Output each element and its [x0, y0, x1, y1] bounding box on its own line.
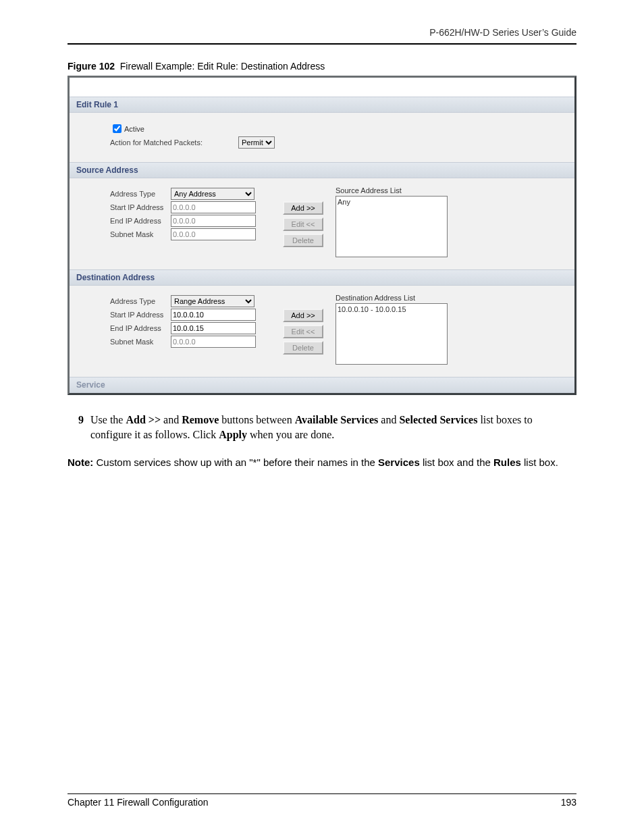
bold: Available Services [295, 414, 379, 425]
active-label: Active [124, 125, 144, 133]
text: Use the [90, 414, 126, 425]
src-list-title: Source Address List [336, 186, 448, 194]
figure-label: Figure 102 [68, 61, 115, 72]
note-label: Note: [68, 457, 93, 468]
src-start-ip-label: Start IP Address [110, 203, 171, 211]
dst-subnet-label: Subnet Mask [110, 338, 171, 346]
dest-address-body: Address Type Range Address Start IP Addr… [70, 286, 574, 377]
src-address-type-select[interactable]: Any Address [171, 188, 254, 200]
text: list box and the [420, 457, 493, 468]
text: and [161, 414, 182, 425]
header-rule [68, 43, 576, 45]
dst-start-ip-label: Start IP Address [110, 311, 171, 319]
source-address-header: Source Address [70, 162, 574, 178]
dst-subnet-input[interactable] [171, 336, 256, 348]
dest-address-header: Destination Address [70, 269, 574, 286]
dst-address-type-select[interactable]: Range Address [171, 295, 254, 307]
page-footer: Chapter 11 Firewall Configuration 193 [68, 793, 576, 808]
footer-chapter: Chapter 11 Firewall Configuration [68, 797, 209, 808]
list-item[interactable]: 10.0.0.10 - 10.0.0.15 [338, 305, 446, 313]
step-9-paragraph: 9 Use the Add >> and Remove buttons betw… [68, 413, 576, 442]
dst-add-button[interactable]: Add >> [283, 309, 323, 322]
src-subnet-input[interactable] [171, 228, 256, 240]
bold: Rules [493, 457, 521, 468]
text: Custom services show up with an "*" befo… [93, 457, 378, 468]
src-end-ip-label: End IP Address [110, 217, 171, 225]
src-add-button[interactable]: Add >> [283, 201, 323, 215]
edit-rule-header: Edit Rule 1 [70, 97, 574, 113]
bold: Apply [219, 429, 247, 440]
active-checkbox[interactable] [113, 124, 122, 133]
edit-rule-body: Active Action for Matched Packets: Permi… [70, 113, 574, 162]
src-edit-button[interactable]: Edit << [283, 217, 323, 231]
figure-caption-text: Firewall Example: Edit Rule: Destination… [120, 61, 325, 72]
text: buttons between [219, 414, 294, 425]
service-header: Service [70, 377, 574, 393]
text: and [378, 414, 399, 425]
src-address-list[interactable]: Any [336, 196, 448, 257]
dst-edit-button[interactable]: Edit << [283, 325, 323, 338]
dst-end-ip-input[interactable] [171, 322, 256, 334]
dst-address-type-label: Address Type [110, 297, 171, 305]
dst-delete-button[interactable]: Delete [283, 341, 323, 355]
screenshot-panel: Edit Rule 1 Active Action for Matched Pa… [68, 76, 576, 395]
list-item[interactable]: Any [338, 198, 446, 206]
note-paragraph: Note: Custom services show up with an "*… [68, 455, 576, 469]
src-end-ip-input[interactable] [171, 215, 256, 227]
src-address-type-label: Address Type [110, 190, 171, 198]
step-number: 9 [68, 413, 90, 442]
bold: Remove [182, 414, 219, 425]
figure-caption: Figure 102 Firewall Example: Edit Rule: … [68, 61, 576, 72]
src-start-ip-input[interactable] [171, 201, 256, 213]
bold: Services [378, 457, 420, 468]
dst-list-title: Destination Address List [336, 294, 448, 302]
action-select[interactable]: Permit [238, 136, 275, 149]
dst-address-list[interactable]: 10.0.0.10 - 10.0.0.15 [336, 303, 448, 365]
text: when you are done. [247, 429, 334, 440]
src-subnet-label: Subnet Mask [110, 230, 171, 238]
bold: Selected Services [399, 414, 477, 425]
bold: Add >> [126, 414, 161, 425]
dst-end-ip-label: End IP Address [110, 324, 171, 332]
text: list box. [521, 457, 558, 468]
footer-rule [68, 793, 576, 794]
action-label: Action for Matched Packets: [110, 138, 238, 147]
footer-page-number: 193 [561, 797, 576, 808]
source-address-body: Address Type Any Address Start IP Addres… [70, 178, 574, 269]
src-delete-button[interactable]: Delete [283, 234, 323, 247]
dst-start-ip-input[interactable] [171, 309, 256, 321]
header-guide-title: P-662H/HW-D Series User’s Guide [68, 27, 576, 38]
